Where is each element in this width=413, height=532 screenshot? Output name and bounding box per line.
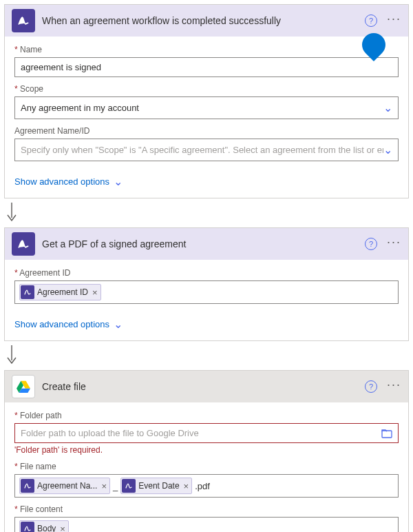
more-icon[interactable]: ···: [387, 12, 401, 29]
token-label: Agreement Na...: [37, 481, 97, 491]
chevron-down-icon: ⌄: [114, 318, 123, 331]
folder-path-input[interactable]: Folder path to upload the file to Google…: [14, 423, 399, 443]
scope-select[interactable]: Any agreement in my account ⌄: [14, 96, 399, 119]
help-icon[interactable]: ?: [365, 238, 377, 250]
agreement-id-input[interactable]: Agreement ID ×: [14, 280, 399, 304]
token-remove-icon[interactable]: ×: [101, 481, 107, 491]
more-icon[interactable]: ···: [387, 378, 401, 395]
file-name-input[interactable]: Agreement Na... × _ Event Date × .pdf: [14, 474, 399, 498]
svg-rect-5: [382, 431, 392, 438]
name-label: Name: [14, 45, 399, 54]
folder-browse-icon[interactable]: [381, 429, 392, 438]
filename-suffix-text: .pdf: [195, 481, 210, 491]
file-name-label: File name: [14, 462, 399, 471]
token-remove-icon[interactable]: ×: [60, 524, 65, 533]
agreement-placeholder: Specify only when "Scope" is "A specific…: [21, 145, 383, 155]
chevron-down-icon: ⌄: [383, 143, 392, 156]
folder-path-error: 'Folder path' is required.: [14, 445, 399, 455]
name-input[interactable]: [14, 57, 399, 77]
help-icon[interactable]: ?: [365, 14, 377, 27]
adobe-sign-icon: [12, 9, 35, 32]
file-content-label: File content: [14, 504, 399, 514]
step2-header[interactable]: Get a PDF of a signed agreement ? ···: [5, 228, 408, 260]
adobe-sign-icon: [21, 285, 34, 299]
more-icon[interactable]: ···: [387, 236, 401, 252]
adobe-sign-icon: [122, 479, 136, 493]
scope-label: Scope: [14, 84, 399, 94]
token-remove-icon[interactable]: ×: [92, 287, 98, 298]
help-icon[interactable]: ?: [365, 380, 377, 393]
agreement-id-label: Agreement ID: [14, 268, 399, 278]
step3-title: Create file: [42, 381, 365, 392]
show-advanced-options-link[interactable]: Show advanced options ⌄: [5, 314, 408, 340]
token-event-date[interactable]: Event Date ×: [120, 478, 192, 494]
adobe-sign-icon: [12, 232, 35, 256]
file-content-input[interactable]: Body ×: [14, 517, 399, 532]
chevron-down-icon: ⌄: [114, 175, 123, 188]
step2-title: Get a PDF of a signed agreement: [42, 238, 365, 249]
show-advanced-options-link[interactable]: Show advanced options ⌄: [5, 171, 408, 198]
step-agreement-completed: When an agreement workflow is completed …: [4, 4, 409, 198]
token-agreement-id[interactable]: Agreement ID ×: [19, 284, 101, 300]
flow-connector-arrow: [4, 203, 409, 223]
filename-separator-text: _: [113, 481, 118, 491]
token-body[interactable]: Body ×: [19, 520, 69, 532]
step-create-file: Create file ? ··· Folder path Folder pat…: [4, 370, 409, 532]
step-get-pdf: Get a PDF of a signed agreement ? ··· Ag…: [4, 227, 409, 341]
token-remove-icon[interactable]: ×: [184, 481, 189, 491]
step1-header[interactable]: When an agreement workflow is completed …: [5, 5, 408, 37]
agreement-name-id-label: Agreement Name/ID: [14, 126, 399, 136]
scope-value: Any agreement in my account: [21, 103, 139, 113]
adobe-sign-icon: [21, 522, 34, 532]
token-label: Body: [37, 524, 56, 532]
token-label: Agreement ID: [37, 287, 88, 297]
flow-connector-arrow: [4, 345, 409, 366]
google-drive-icon: [12, 375, 35, 398]
chevron-down-icon: ⌄: [383, 101, 392, 114]
step1-title: When an agreement workflow is completed …: [42, 15, 365, 26]
folder-path-placeholder: Folder path to upload the file to Google…: [21, 428, 199, 438]
token-label: Event Date: [138, 481, 179, 491]
agreement-name-id-select[interactable]: Specify only when "Scope" is "A specific…: [14, 139, 399, 161]
token-agreement-name[interactable]: Agreement Na... ×: [19, 478, 110, 494]
step3-header[interactable]: Create file ? ···: [5, 371, 408, 402]
folder-path-label: Folder path: [14, 411, 399, 420]
adobe-sign-icon: [21, 479, 34, 493]
